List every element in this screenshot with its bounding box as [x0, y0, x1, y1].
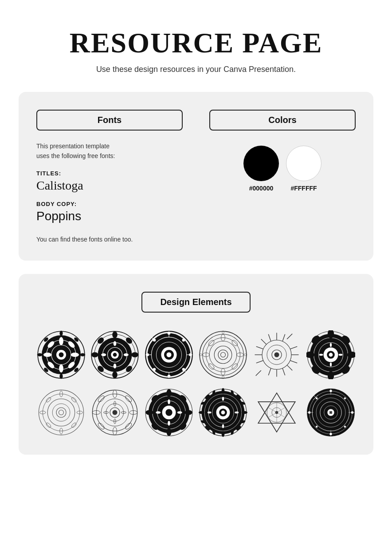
svg-point-133	[45, 422, 51, 428]
svg-line-99	[256, 361, 263, 363]
svg-point-134	[71, 422, 77, 428]
swatch-black: #000000	[243, 146, 279, 192]
svg-point-145	[97, 395, 106, 403]
svg-point-16	[37, 353, 42, 356]
svg-point-62	[153, 368, 156, 371]
svg-point-61	[182, 338, 185, 341]
svg-point-238	[344, 425, 346, 427]
svg-point-39	[102, 353, 106, 356]
svg-point-5	[59, 352, 63, 357]
svg-point-168	[168, 399, 170, 404]
svg-point-162	[145, 410, 153, 415]
svg-point-70	[220, 352, 225, 357]
svg-point-237	[316, 425, 318, 427]
svg-point-29	[113, 331, 118, 338]
svg-point-30	[113, 371, 118, 378]
svg-point-9	[71, 353, 79, 357]
colors-header: Colors	[209, 110, 356, 131]
svg-point-67	[209, 341, 237, 369]
svg-point-197	[222, 424, 224, 428]
svg-point-65	[203, 334, 243, 375]
mandala-5	[252, 330, 301, 379]
svg-point-135	[59, 410, 63, 415]
svg-point-125	[52, 404, 70, 421]
svg-point-183	[242, 411, 247, 414]
mandala-10	[199, 388, 247, 437]
mandala-6	[306, 330, 355, 379]
svg-point-169	[168, 420, 170, 425]
svg-point-161	[167, 428, 172, 436]
svg-point-231	[329, 390, 332, 392]
titles-font-name: Calistoga	[36, 178, 83, 193]
svg-line-210	[277, 412, 285, 417]
mandala-4	[199, 330, 247, 379]
svg-point-118	[330, 343, 332, 347]
mandalas-row-1	[36, 330, 356, 379]
mandalas-grid	[36, 330, 356, 437]
svg-point-102	[274, 352, 279, 357]
svg-point-147	[97, 422, 106, 430]
svg-point-126	[56, 408, 66, 417]
svg-point-159	[165, 409, 172, 416]
svg-point-199	[235, 412, 239, 413]
svg-point-196	[222, 397, 224, 401]
svg-point-112	[306, 352, 314, 357]
svg-line-95	[283, 334, 286, 341]
fonts-footer: You can find these fonts online too.	[36, 236, 133, 243]
svg-line-90	[261, 339, 267, 345]
svg-point-6	[59, 337, 63, 345]
design-elements-card: Design Elements	[19, 274, 373, 455]
svg-point-180	[221, 388, 224, 394]
svg-point-163	[184, 410, 192, 415]
svg-point-123	[43, 394, 80, 431]
svg-point-40	[124, 353, 129, 356]
svg-line-101	[290, 361, 297, 363]
color-swatch-black	[243, 146, 279, 181]
svg-point-37	[114, 341, 117, 346]
svg-point-234	[351, 411, 354, 414]
page-subtitle: Use these design resources in your Canva…	[96, 65, 296, 74]
fonts-header: Fonts	[36, 110, 183, 131]
svg-point-179	[221, 410, 225, 414]
titles-label: TITLES:	[36, 170, 61, 177]
svg-point-59	[189, 353, 192, 356]
svg-point-31	[92, 352, 98, 357]
mandala-2	[90, 330, 139, 379]
svg-point-38	[114, 364, 117, 369]
svg-point-57	[168, 375, 171, 378]
mandala-12	[306, 388, 355, 437]
svg-point-17	[80, 353, 85, 356]
mandala-8	[90, 388, 139, 437]
svg-line-94	[269, 334, 271, 341]
mandala-1	[37, 330, 86, 379]
svg-point-160	[167, 389, 172, 397]
svg-point-124	[47, 399, 75, 426]
svg-point-111	[328, 371, 334, 379]
fonts-description: This presentation template uses the foll…	[36, 141, 115, 161]
svg-line-209	[269, 412, 277, 417]
svg-line-96	[269, 369, 271, 375]
svg-point-63	[182, 368, 185, 371]
svg-point-233	[308, 411, 311, 414]
svg-point-146	[125, 395, 133, 403]
svg-point-110	[328, 330, 334, 338]
svg-point-181	[221, 431, 224, 437]
svg-point-14	[60, 331, 63, 336]
svg-line-100	[290, 346, 297, 349]
color-label-black: #000000	[249, 185, 274, 192]
svg-point-69	[218, 350, 228, 360]
svg-point-153	[113, 410, 118, 415]
body-label: BODY COPY:	[36, 201, 77, 207]
fonts-colors-card: Fonts This presentation template uses th…	[19, 92, 373, 261]
svg-point-8	[43, 353, 51, 357]
body-font-name: Poppins	[36, 209, 81, 223]
mandalas-row-2	[36, 388, 356, 437]
svg-line-91	[287, 333, 293, 339]
svg-point-66	[206, 337, 240, 372]
mandala-11	[252, 388, 301, 437]
svg-line-92	[256, 370, 261, 376]
svg-point-148	[125, 422, 133, 430]
svg-line-208	[277, 408, 285, 412]
svg-point-119	[330, 362, 332, 366]
swatch-white: #FFFFFF	[286, 146, 321, 192]
